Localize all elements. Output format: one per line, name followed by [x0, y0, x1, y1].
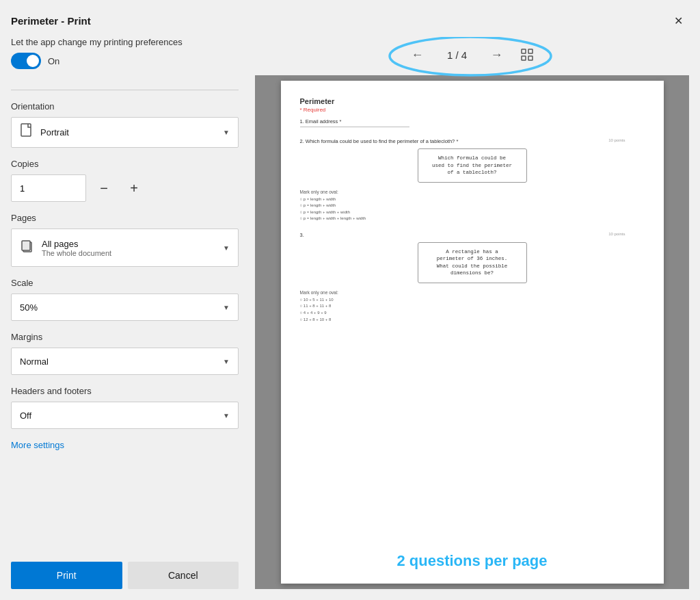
dialog-title: Perimeter - Print	[11, 15, 91, 27]
svg-rect-2	[22, 241, 30, 250]
q3-box-line3: What could the possible	[437, 263, 508, 269]
preview-q3-box-wrapper: A rectangle has a perimeter of 36 inches…	[300, 242, 645, 290]
headers-footers-dropdown[interactable]: Off ▼	[11, 402, 239, 429]
q3-box-line2: perimeter of 36 inches.	[437, 256, 508, 261]
headers-footers-label: Headers and footers	[11, 386, 239, 396]
q3-box-line1: A rectangle has a	[446, 249, 498, 255]
margins-dropdown[interactable]: Normal ▼	[11, 348, 239, 375]
preview-q3-mark: Mark only one oval:	[300, 290, 645, 295]
copies-increment-button[interactable]: +	[122, 176, 146, 200]
headers-footers-section: Headers and footers Off ▼	[11, 386, 239, 440]
margins-dropdown-content: Normal	[20, 356, 49, 367]
margins-value: Normal	[20, 356, 49, 367]
svg-rect-0	[21, 124, 31, 136]
margins-label: Margins	[11, 332, 239, 342]
scale-section: Scale 50% ▼	[11, 278, 239, 332]
total-pages: 4	[461, 49, 467, 61]
next-page-button[interactable]: →	[485, 42, 509, 67]
preview-q2-options: ○ p = length + width ○ p = length + widt…	[300, 196, 645, 222]
q2-box-line1: Which formula could be	[438, 155, 506, 161]
toggle-knob	[27, 55, 39, 67]
q2-box-line2: used to find the perimeter	[432, 163, 512, 168]
svg-rect-4	[522, 49, 526, 53]
title-bar: Perimeter - Print ✕	[0, 0, 700, 37]
copies-input[interactable]	[11, 174, 86, 202]
preview-q2-box: Which formula could be used to find the …	[418, 148, 527, 183]
toggle-row: On	[11, 53, 239, 69]
preview-q2-points: 10 points	[608, 138, 625, 142]
orientation-chevron-icon: ▼	[223, 129, 230, 136]
pages-section: Pages All pages The whole document	[11, 213, 239, 278]
preview-nav: ← 1 / 4 →	[405, 42, 539, 67]
preview-q2-label: 2. Which formula could be used to find t…	[300, 138, 645, 144]
scale-label: Scale	[11, 278, 239, 288]
copies-row: − +	[11, 174, 239, 202]
preview-doc-title: Perimeter	[300, 97, 645, 105]
orientation-label: Orientation	[11, 101, 239, 112]
preview-inner: Perimeter * Required 1. Email address * …	[281, 81, 664, 584]
orientation-dropdown-content: Portrait	[20, 123, 69, 142]
pages-label: Pages	[11, 213, 239, 223]
app-pref-section: Let the app change my printing preferenc…	[11, 37, 239, 69]
copies-section: Copies − +	[11, 159, 239, 202]
app-pref-label: Let the app change my printing preferenc…	[11, 37, 239, 47]
copies-decrement-button[interactable]: −	[92, 176, 116, 200]
copies-label: Copies	[11, 159, 239, 169]
app-pref-toggle[interactable]	[11, 53, 41, 69]
right-panel: ← 1 / 4 → Perimeter	[250, 37, 700, 600]
svg-rect-6	[522, 56, 526, 60]
pages-main-value: All pages	[42, 239, 111, 249]
preview-q2-mark: Mark only one oval:	[300, 190, 645, 194]
preview-q3-points: 10 points	[608, 232, 625, 236]
svg-rect-7	[528, 56, 533, 60]
preview-q3-label: 3.	[300, 232, 645, 238]
more-settings-link[interactable]: More settings	[11, 440, 239, 450]
action-buttons: Print Cancel	[11, 562, 239, 589]
orientation-icon	[20, 123, 33, 142]
orientation-dropdown[interactable]: Portrait ▼	[11, 117, 239, 148]
headers-footers-value: Off	[20, 410, 31, 421]
preview-container: Perimeter * Required 1. Email address * …	[255, 75, 689, 589]
q2-box-line3: of a tablecloth?	[447, 170, 496, 175]
preview-required: * Required	[300, 107, 645, 113]
scale-value: 50%	[20, 302, 38, 313]
scale-dropdown[interactable]: 50% ▼	[11, 294, 239, 321]
close-button[interactable]: ✕	[667, 10, 689, 31]
svg-rect-5	[528, 49, 533, 53]
preview-q3-row: 3. 10 points	[300, 232, 645, 238]
preview-q3-options: ○ 10 + 5 + 11 + 10 ○ 11 + 8 + 11 + 8 ○ 4…	[300, 297, 645, 323]
pages-chevron-icon: ▼	[223, 244, 230, 252]
preview-q1-line	[300, 127, 409, 127]
toggle-label: On	[48, 56, 59, 66]
scale-chevron-icon: ▼	[223, 304, 230, 311]
left-panel: Let the app change my printing preferenc…	[0, 37, 250, 600]
pages-sub-value: The whole document	[42, 249, 111, 257]
preview-q2-box-wrapper: Which formula could be used to find the …	[300, 148, 645, 190]
prev-page-button[interactable]: ←	[405, 42, 430, 67]
fullscreen-button[interactable]	[515, 42, 539, 67]
pages-text-block: All pages The whole document	[42, 239, 111, 257]
orientation-value: Portrait	[40, 127, 69, 138]
pages-dropdown-content: All pages The whole document	[20, 239, 111, 257]
preview-q2-row: 2. Which formula could be used to find t…	[300, 138, 645, 144]
print-dialog: Perimeter - Print ✕ Let the app change m…	[0, 0, 700, 600]
margins-chevron-icon: ▼	[223, 358, 230, 365]
pages-dropdown[interactable]: All pages The whole document ▼	[11, 229, 239, 267]
preview-page: Perimeter * Required 1. Email address * …	[281, 81, 664, 584]
headers-footers-content: Off	[20, 410, 31, 421]
margins-section: Margins Normal ▼	[11, 332, 239, 386]
pages-icon	[20, 239, 35, 257]
print-button[interactable]: Print	[11, 562, 122, 589]
preview-q1: 1. Email address *	[300, 118, 645, 125]
divider-1	[11, 90, 239, 90]
q3-box-line4: dimensions be?	[450, 270, 494, 276]
current-page: 1	[447, 49, 453, 61]
preview-footer-text: 2 questions per page	[281, 552, 664, 570]
headers-footers-chevron-icon: ▼	[223, 412, 230, 419]
cancel-button[interactable]: Cancel	[128, 562, 239, 589]
content-area: Let the app change my printing preferenc…	[0, 37, 700, 600]
orientation-section: Orientation Portrait ▼	[11, 101, 239, 159]
page-indicator: 1 / 4	[430, 49, 485, 61]
page-separator: /	[455, 49, 458, 61]
scale-dropdown-content: 50%	[20, 302, 38, 313]
